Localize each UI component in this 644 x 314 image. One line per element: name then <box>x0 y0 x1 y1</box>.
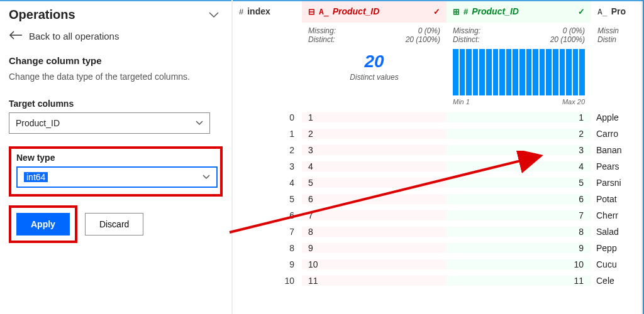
cell-old: 7 <box>302 210 447 220</box>
chevron-down-icon <box>203 172 210 181</box>
target-columns-select[interactable]: Product_ID <box>9 112 210 134</box>
cell-index: 10 <box>233 276 302 286</box>
column-header-old[interactable]: ⊟ A̲ Product_ID ✓ <box>302 0 447 23</box>
distribution-histogram <box>453 49 585 95</box>
cell-new: 8 <box>447 227 591 237</box>
discard-button[interactable]: Discard <box>85 213 143 236</box>
new-type-select[interactable]: int64 <box>16 166 218 188</box>
cell-index: 1 <box>233 129 302 139</box>
cell-old: 10 <box>302 259 447 269</box>
target-columns-label: Target columns <box>9 99 220 109</box>
cell-new: 9 <box>447 243 591 253</box>
text-type-icon: A̲ <box>319 7 329 16</box>
stats-last-column: Missin Distin <box>591 23 641 109</box>
column-header-label: Pro <box>611 6 626 16</box>
section-desc: Change the data type of the targeted col… <box>9 71 220 84</box>
cell-old: 5 <box>302 178 447 188</box>
cell-product: Pepp <box>591 243 641 253</box>
cell-old: 2 <box>302 129 447 139</box>
numeric-type-icon: # <box>239 7 243 16</box>
chevron-down-icon <box>196 118 203 127</box>
cell-product: Pears <box>591 161 641 171</box>
data-grid: # index ⊟ A̲ Product_ID ✓ ⊞ # Product_ID… <box>233 0 644 314</box>
cell-old: 9 <box>302 243 447 253</box>
numeric-type-icon: # <box>464 7 468 16</box>
target-columns-value: Product_ID <box>16 118 60 128</box>
new-type-label: New type <box>16 153 215 163</box>
cell-new: 2 <box>447 129 591 139</box>
cell-old: 8 <box>302 227 447 237</box>
cell-new: 1 <box>447 112 591 122</box>
table-row[interactable]: 122Carro <box>233 126 644 142</box>
check-icon: ✓ <box>433 7 440 16</box>
back-arrow-icon <box>9 31 23 41</box>
section-title: Change column type <box>9 55 220 66</box>
cell-product: Potat <box>591 194 641 204</box>
cell-index: 7 <box>233 227 302 237</box>
plus-box-icon: ⊞ <box>453 7 460 16</box>
back-link[interactable]: Back to all operations <box>9 31 220 41</box>
cell-product: Carro <box>591 129 641 139</box>
cell-index: 9 <box>233 259 302 269</box>
collapse-chevron-icon[interactable] <box>208 9 220 21</box>
column-header-product[interactable]: A̲ Pro <box>591 6 641 16</box>
cell-new: 7 <box>447 210 591 220</box>
cell-product: Banan <box>591 145 641 155</box>
cell-new: 5 <box>447 178 591 188</box>
column-header-label: index <box>247 6 270 16</box>
table-row[interactable]: 899Pepp <box>233 240 644 256</box>
cell-index: 3 <box>233 161 302 171</box>
table-row[interactable]: 233Banan <box>233 142 644 158</box>
distinct-count: 20 <box>308 51 440 72</box>
cell-old: 3 <box>302 145 447 155</box>
cell-new: 11 <box>447 276 591 286</box>
cell-product: Apple <box>591 112 641 122</box>
data-rows: 011Apple122Carro233Banan344Pears455Parsn… <box>233 109 644 314</box>
column-header-label: Product_ID <box>472 6 519 16</box>
stats-new-column: Missing:0 (0%) Distinct:20 (100%) Min 1M… <box>447 23 591 109</box>
cell-index: 8 <box>233 243 302 253</box>
cell-product: Salad <box>591 227 641 237</box>
cell-product: Cherr <box>591 210 641 220</box>
cell-old: 6 <box>302 194 447 204</box>
text-type-icon: A̲ <box>597 7 608 16</box>
cell-old: 4 <box>302 161 447 171</box>
cell-index: 0 <box>233 112 302 122</box>
table-row[interactable]: 566Potat <box>233 191 644 207</box>
highlight-new-type: New type int64 <box>9 146 223 197</box>
table-row[interactable]: 011Apple <box>233 109 644 126</box>
column-header-new[interactable]: ⊞ # Product_ID ✓ <box>447 0 591 23</box>
stats-old-column: Missing:0 (0%) Distinct:20 (100%) 20 Dis… <box>302 23 447 109</box>
cell-new: 10 <box>447 259 591 269</box>
table-row[interactable]: 788Salad <box>233 224 644 240</box>
check-icon: ✓ <box>578 7 585 16</box>
cell-new: 3 <box>447 145 591 155</box>
table-row[interactable]: 677Cherr <box>233 207 644 224</box>
column-header-index[interactable]: # index <box>233 6 302 16</box>
table-row[interactable]: 101111Cele <box>233 273 644 289</box>
operations-panel: Operations Back to all operations Change… <box>0 0 233 314</box>
panel-title: Operations <box>9 8 75 22</box>
new-type-value: int64 <box>24 172 48 182</box>
cell-product: Cucu <box>591 259 641 269</box>
cell-index: 6 <box>233 210 302 220</box>
cell-index: 4 <box>233 178 302 188</box>
cell-index: 2 <box>233 145 302 155</box>
table-row[interactable]: 455Parsni <box>233 175 644 191</box>
back-label: Back to all operations <box>29 31 119 41</box>
highlight-apply: Apply <box>9 205 77 243</box>
cell-index: 5 <box>233 194 302 204</box>
cell-product: Cele <box>591 276 641 286</box>
distinct-label: Distinct values <box>308 73 440 82</box>
cell-old: 11 <box>302 276 447 286</box>
table-row[interactable]: 344Pears <box>233 158 644 175</box>
cell-new: 4 <box>447 161 591 171</box>
cell-product: Parsni <box>591 178 641 188</box>
column-header-label: Product_ID <box>333 6 380 16</box>
apply-button[interactable]: Apply <box>16 213 70 236</box>
minus-box-icon: ⊟ <box>308 7 315 16</box>
table-row[interactable]: 91010Cucu <box>233 256 644 273</box>
cell-old: 1 <box>302 112 447 122</box>
cell-new: 6 <box>447 194 591 204</box>
